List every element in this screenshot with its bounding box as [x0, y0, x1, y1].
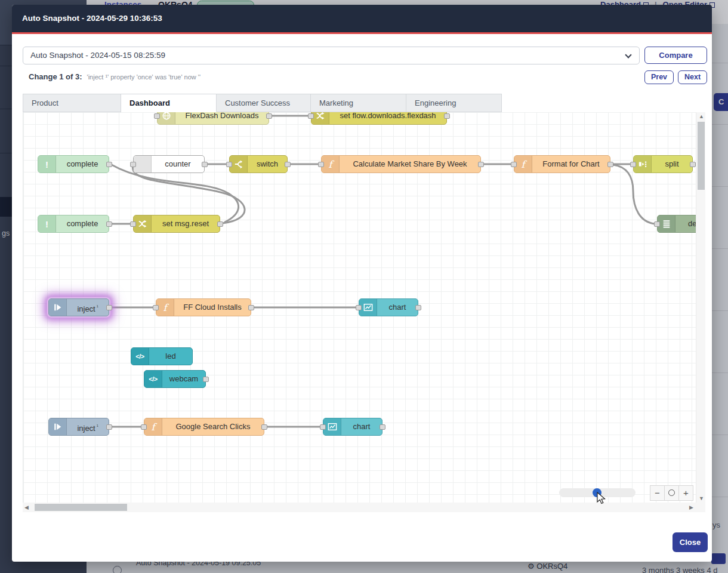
code-icon: </>: [131, 348, 149, 365]
node-label: Google Search Clicks: [162, 418, 264, 435]
node-chart-2[interactable]: chart: [323, 418, 382, 436]
output-port[interactable]: [106, 424, 112, 430]
output-port[interactable]: [106, 221, 112, 227]
node-set-msg-reset[interactable]: set msg.reset: [133, 215, 220, 233]
fn-icon: f: [322, 156, 340, 172]
horizontal-scroll-thumb[interactable]: [35, 504, 127, 511]
node-webcam[interactable]: </>webcam: [144, 370, 206, 388]
node-counter[interactable]: counter: [133, 155, 205, 173]
flow-canvas[interactable]: FlexDash Downloadsset flow.downloads.fle…: [23, 112, 696, 503]
zoom-in-button[interactable]: +: [678, 486, 693, 500]
output-port[interactable]: [690, 162, 696, 167]
scroll-down-icon[interactable]: ▼: [699, 495, 704, 501]
tab-customer-success[interactable]: Customer Success: [217, 94, 311, 112]
output-port[interactable]: [444, 113, 450, 119]
node-complete-2[interactable]: !complete: [38, 215, 109, 233]
input-port[interactable]: [654, 221, 660, 227]
input-port[interactable]: [356, 305, 362, 310]
scroll-left-icon[interactable]: ◀: [24, 504, 29, 510]
node-label: FlexDash Downloads: [175, 112, 269, 124]
node-led[interactable]: </>led: [131, 347, 193, 365]
zoom-out-button[interactable]: −: [650, 486, 664, 500]
output-port[interactable]: [202, 162, 208, 167]
output-port[interactable]: [266, 113, 272, 119]
fn-icon: f: [156, 299, 174, 316]
tab-marketing[interactable]: Marketing: [311, 94, 406, 112]
node-debug[interactable]: debug: [657, 215, 696, 233]
node-calculate-market-share[interactable]: fCalculate Market Share By Week: [321, 155, 481, 173]
output-port[interactable]: [106, 305, 112, 310]
output-port[interactable]: [285, 162, 291, 167]
node-set-flow-downloads-flexdash[interactable]: set flow.downloads.flexdash: [311, 112, 447, 125]
wire: [613, 165, 655, 224]
vertical-scrollbar[interactable]: ▲ ▼: [696, 112, 705, 503]
node-inject-1[interactable]: inject ¹: [48, 298, 109, 316]
compare-button[interactable]: Compare: [644, 47, 707, 64]
input-port[interactable]: [511, 162, 517, 167]
input-port[interactable]: [630, 162, 636, 167]
node-label: webcam: [162, 371, 205, 387]
input-port[interactable]: [130, 162, 136, 167]
node-label: Format for Chart: [532, 156, 610, 172]
scroll-up-icon[interactable]: ▲: [699, 113, 704, 119]
node-label: inject ¹: [67, 299, 109, 316]
node-split[interactable]: split: [633, 155, 693, 173]
output-port[interactable]: [203, 377, 209, 382]
flow-tabs: ProductDashboardCustomer SuccessMarketin…: [23, 94, 502, 112]
zoom-reset-button[interactable]: [664, 486, 678, 500]
output-port[interactable]: [478, 162, 484, 167]
fn-icon: f: [144, 418, 162, 435]
node-google-search-clicks[interactable]: fGoogle Search Clicks: [144, 418, 264, 436]
snapshot-dialog: Auto Snapshot - 2024-05-29 10:36:53 Auto…: [12, 5, 712, 562]
output-port[interactable]: [607, 162, 613, 167]
tab-product[interactable]: Product: [23, 94, 121, 112]
fork-icon: [230, 156, 248, 172]
input-port[interactable]: [154, 113, 160, 119]
code-icon: </>: [144, 371, 162, 387]
next-button[interactable]: Next: [678, 70, 707, 84]
fn-icon: f: [514, 156, 532, 172]
node-label: debug: [675, 215, 696, 232]
output-port[interactable]: [106, 162, 112, 167]
scroll-right-icon[interactable]: ▶: [689, 504, 693, 510]
swap-icon: [134, 215, 152, 232]
input-port[interactable]: [320, 424, 326, 430]
input-port[interactable]: [226, 162, 232, 167]
node-label: set msg.reset: [152, 215, 220, 232]
vertical-scroll-thumb[interactable]: [698, 122, 705, 190]
node-complete-1[interactable]: !complete: [38, 155, 109, 173]
node-flexdash-downloads[interactable]: FlexDash Downloads: [157, 112, 269, 125]
flow-canvas-container: FlexDash Downloadsset flow.downloads.fle…: [23, 112, 705, 512]
output-port[interactable]: [415, 305, 421, 310]
inject-icon: [49, 418, 67, 435]
node-format-for-chart[interactable]: fFormat for Chart: [514, 155, 610, 173]
wire: [112, 165, 239, 222]
close-button[interactable]: Close: [673, 532, 708, 552]
node-switch[interactable]: switch: [229, 155, 288, 173]
snapshot-select-value: Auto Snapshot - 2024-05-15 08:25:59: [30, 51, 165, 60]
output-port[interactable]: [217, 221, 223, 227]
node-chart-1[interactable]: chart: [359, 298, 418, 316]
node-label: set flow.downloads.flexdash: [329, 112, 446, 124]
input-port[interactable]: [141, 424, 147, 430]
prev-button[interactable]: Prev: [644, 70, 674, 84]
zoom-controls: − +: [650, 485, 693, 501]
snapshot-select[interactable]: Auto Snapshot - 2024-05-15 08:25:59: [23, 47, 640, 64]
tab-dashboard[interactable]: Dashboard: [121, 94, 217, 112]
node-label: split: [652, 156, 692, 172]
chevron-down-icon: [625, 51, 631, 58]
node-inject-2[interactable]: inject ¹: [48, 418, 109, 436]
output-port[interactable]: [261, 424, 267, 430]
input-port[interactable]: [130, 221, 136, 227]
output-port[interactable]: [248, 305, 254, 310]
split-icon: [634, 156, 652, 172]
output-port[interactable]: [380, 424, 385, 430]
input-port[interactable]: [153, 305, 159, 310]
input-port[interactable]: [308, 113, 314, 119]
node-label: switch: [248, 156, 287, 172]
input-port[interactable]: [318, 162, 324, 167]
horizontal-scrollbar[interactable]: ◀ ▶: [23, 503, 696, 512]
dialog-header: Auto Snapshot - 2024-05-29 10:36:53: [12, 5, 712, 34]
node-ff-cloud-installs[interactable]: fFF Cloud Installs: [156, 298, 251, 316]
tab-engineering[interactable]: Engineering: [406, 94, 502, 112]
